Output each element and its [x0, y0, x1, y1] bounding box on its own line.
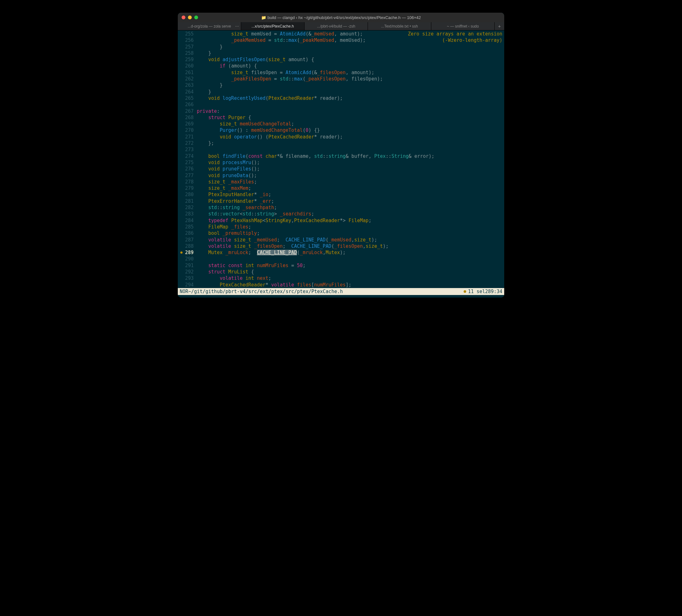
diagnostic-count: 1	[468, 288, 471, 295]
code-line: 280 PtexInputHandler* _io;	[178, 191, 504, 198]
tab-3[interactable]: ...Text/mobile.txt • ssh	[368, 22, 431, 30]
window-title: 📁 build — clangd ‹ hx ~/git/github/pbrt-…	[178, 15, 504, 20]
code-line: 258 }	[178, 50, 504, 56]
breakpoint-dot-icon	[180, 252, 183, 254]
code-line: 279 size_t _maxMem;	[178, 185, 504, 191]
titlebar: 📁 build — clangd ‹ hx ~/git/github/pbrt-…	[178, 13, 504, 22]
code-line: 294 PtexCachedReader* volatile files[num…	[178, 282, 504, 288]
code-line: 276 void pruneFiles();	[178, 166, 504, 172]
code-line: 272 };	[178, 140, 504, 146]
bottom-padding	[178, 295, 504, 298]
code-line: 273	[178, 146, 504, 153]
code-line: 275 void processMru();	[178, 159, 504, 166]
overflow-icon[interactable]: ⋯	[235, 24, 239, 28]
code-line: 284 typedef PtexHashMap<StringKey,PtexCa…	[178, 218, 504, 224]
window-title-text: build — clangd ‹ hx ~/git/github/pbrt-v4…	[268, 15, 421, 20]
zoom-button[interactable]	[194, 16, 198, 19]
code-line: 267private:	[178, 108, 504, 114]
folder-icon: 📁	[261, 15, 266, 20]
code-line: 286 bool _premultiply;	[178, 230, 504, 236]
code-line: 259 void adjustFilesOpen(size_t amount) …	[178, 56, 504, 63]
code-line: 262 _peakFilesOpen = std::max(_peakFiles…	[178, 76, 504, 82]
code-line: 293 volatile int next;	[178, 275, 504, 281]
terminal-window: 📁 build — clangd ‹ hx ~/git/github/pbrt-…	[178, 13, 504, 298]
code-line: 268 struct Purger {	[178, 114, 504, 121]
tab-label: ...Text/mobile.txt • ssh	[381, 24, 418, 28]
tab-0[interactable]: ...d-org/zola — zola serve ⋯	[178, 22, 241, 30]
minimize-button[interactable]	[188, 16, 192, 19]
code-line: 281 PtexErrorHandler* _err;	[178, 198, 504, 204]
code-line: 287 volatile size_t _memUsed; CACHE_LINE…	[178, 237, 504, 243]
tab-1[interactable]: ...x/src/ptex/PtexCache.h	[241, 22, 304, 30]
tab-label: .../pbrt-v4/build — -zsh	[317, 24, 355, 28]
cursor-position: 289:34	[485, 288, 502, 295]
editor-mode: NOR	[180, 288, 188, 295]
selection-count: 1 sel	[471, 288, 485, 295]
tab-label: ...d-org/zola — zola serve	[188, 24, 231, 28]
code-line: 278 size_t _maxFiles;	[178, 179, 504, 185]
code-line: 290	[178, 256, 504, 262]
code-line: 260 if (amount) {	[178, 63, 504, 69]
editor-viewport[interactable]: Zero size arrays are an extension (-Wzer…	[178, 30, 504, 298]
code-line: 261 size_t filesOpen = AtomicAdd(&_files…	[178, 69, 504, 76]
diagnostic-message: Zero size arrays are an extension (-Wzer…	[408, 31, 502, 44]
code-line: 274 bool findFile(const char*& filename,…	[178, 153, 504, 159]
code-line: 277 void pruneData();	[178, 173, 504, 179]
tab-label: ...x/src/ptex/PtexCache.h	[252, 24, 294, 28]
code-line: 269 size_t memUsedChangeTotal;	[178, 121, 504, 127]
code-line: 288 volatile size_t _filesOpen; CACHE_LI…	[178, 243, 504, 249]
code-line: 265 void logRecentlyUsed(PtexCachedReade…	[178, 95, 504, 101]
code-line: 270 Purger() : memUsedChangeTotal(0) {}	[178, 127, 504, 133]
selection: CACHE_LINE_PAD	[257, 250, 297, 255]
tab-4[interactable]: ~ — sniffnet ‹ sudo	[431, 22, 495, 30]
code-line: 285 FileMap _files;	[178, 224, 504, 230]
code-line-current: 289 Mutex _mruLock; CACHE_LINE_PAD(_mruL…	[178, 249, 504, 256]
tab-2[interactable]: .../pbrt-v4/build — -zsh	[304, 22, 368, 30]
code-line: 282 std::string _searchpath;	[178, 204, 504, 211]
new-tab-button[interactable]: +	[495, 22, 504, 30]
code-line: 292 struct MruList {	[178, 269, 504, 275]
tab-bar: ...d-org/zola — zola serve ⋯ ...x/src/pt…	[178, 22, 504, 30]
status-bar: NOR ~/git/github/pbrt-v4/src/ext/ptex/sr…	[178, 288, 504, 295]
code-line: 257 }	[178, 44, 504, 50]
code-line: 264 }	[178, 89, 504, 95]
code-line: 266	[178, 101, 504, 108]
code-line: 283 std::vector<std::string> _searchdirs…	[178, 211, 504, 217]
close-button[interactable]	[182, 16, 185, 19]
code-line: 263 }	[178, 82, 504, 88]
code-line: 291 static const int numMruFiles = 50;	[178, 263, 504, 269]
file-path: ~/git/github/pbrt-v4/src/ext/ptex/src/pt…	[188, 288, 343, 295]
tab-label: ~ — sniffnet ‹ sudo	[447, 24, 479, 28]
warning-dot-icon	[464, 290, 466, 293]
code-line: 271 void operator() (PtexCachedReader* r…	[178, 134, 504, 140]
traffic-lights	[182, 16, 198, 19]
